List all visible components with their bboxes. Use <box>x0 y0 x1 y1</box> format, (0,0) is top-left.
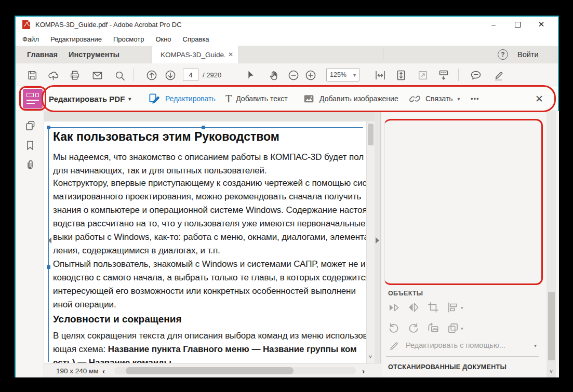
collapse-left-pane-arrow[interactable] <box>45 237 51 244</box>
fit-width-icon <box>374 69 387 82</box>
zoom-out-button[interactable] <box>287 69 300 82</box>
tab-home[interactable]: Главная <box>27 46 58 63</box>
scroll-right-arrow[interactable]: › <box>362 363 365 378</box>
rotate-ccw-icon <box>387 321 401 335</box>
menu-help[interactable]: Справка <box>177 35 215 43</box>
rotate-ccw-button[interactable] <box>387 321 401 335</box>
line-spacing-value: 1,18 <box>406 237 419 245</box>
arrange-objects-button[interactable] <box>446 321 460 335</box>
hand-tool-button[interactable] <box>268 69 280 82</box>
help-icon[interactable]: ? <box>498 49 508 60</box>
tab-tools[interactable]: Инструменты <box>69 46 119 63</box>
selection-handle[interactable] <box>47 265 50 269</box>
save-button[interactable] <box>26 69 38 82</box>
pen-icon <box>492 69 505 82</box>
chevron-down-icon: ▾ <box>534 343 537 348</box>
fit-page-button[interactable] <box>395 69 407 82</box>
font-color-swatch[interactable] <box>440 155 459 173</box>
edit-with-button[interactable]: Редактировать с помощью... ▾ <box>388 339 544 352</box>
edit-pdf-tool-icon[interactable] <box>23 89 43 109</box>
bullet-list-dropdown[interactable]: ▾ <box>410 195 421 210</box>
bold-button[interactable]: T <box>391 177 407 190</box>
more-tools-button[interactable]: ••• <box>471 86 479 111</box>
selection-handle[interactable] <box>47 126 50 129</box>
email-button[interactable] <box>91 69 103 82</box>
numbered-list-button[interactable]: 123 <box>429 195 449 210</box>
page-number-input[interactable]: 4 <box>183 69 198 81</box>
search-button[interactable] <box>113 69 126 82</box>
zoom-in-button[interactable] <box>304 69 317 82</box>
attachments-button[interactable] <box>24 159 36 171</box>
doc-line: для начинающих, так и для опытных пользо… <box>53 164 365 178</box>
italic-button[interactable]: T <box>411 177 427 190</box>
close-edit-toolbar-button[interactable]: ✕ <box>535 86 543 111</box>
document-scrollbar-thumb[interactable] <box>368 124 374 145</box>
underline-button[interactable]: T <box>431 177 446 190</box>
horizontal-scrollbar[interactable] <box>114 367 356 374</box>
share-button[interactable] <box>47 69 59 82</box>
selection-handle[interactable] <box>202 126 205 129</box>
replace-image-button[interactable] <box>427 321 440 335</box>
menu-edit[interactable]: Редактирование <box>45 35 108 43</box>
align-objects-dropdown[interactable]: ▾ <box>461 305 463 310</box>
maximize-button[interactable] <box>507 17 528 32</box>
scroll-left-arrow[interactable]: ‹ <box>102 363 105 378</box>
panel-scroll-down-arrow[interactable]: ˅ <box>547 367 556 376</box>
chevron-down-icon: ▾ <box>425 259 431 265</box>
numbered-list-dropdown[interactable]: ▾ <box>449 195 461 210</box>
kerning-select[interactable]: 0 ▾ <box>454 254 487 269</box>
align-right-button[interactable] <box>429 217 442 228</box>
subscript-button[interactable]: T1 <box>470 177 486 190</box>
fit-width-button[interactable] <box>374 69 387 82</box>
scroll-mode-button[interactable] <box>437 69 450 82</box>
add-text-label: Добавить текст <box>236 94 288 103</box>
link-button[interactable]: Связать ▾ <box>408 86 460 111</box>
scroll-down-arrow[interactable]: ˅ <box>366 352 375 362</box>
highlight-tool-button[interactable] <box>492 69 505 82</box>
document-page[interactable]: Как пользоваться этим РуководствомМы над… <box>44 121 366 363</box>
sign-in-button[interactable]: Войти <box>517 46 539 63</box>
doc-line: иной операции. <box>53 298 365 312</box>
add-image-button[interactable]: Добавить изображение <box>302 86 398 111</box>
horizontal-scrollbar-thumb[interactable] <box>126 367 294 374</box>
close-document-icon[interactable]: ✕ <box>228 51 233 58</box>
add-text-button[interactable]: T Добавить текст <box>225 86 288 111</box>
arrange-objects-dropdown[interactable]: ▾ <box>461 326 463 331</box>
minimize-button[interactable]: – <box>483 17 504 32</box>
align-left-button[interactable] <box>389 217 403 228</box>
crop-button[interactable] <box>427 301 440 314</box>
bookmarks-button[interactable] <box>24 139 36 152</box>
edit-button[interactable]: Редактировать <box>148 86 216 111</box>
paragraph-spacing-select[interactable]: 12,34 ▾ <box>454 233 488 248</box>
flip-horizontal-button[interactable] <box>407 301 420 314</box>
rotate-cw-button[interactable] <box>407 321 420 335</box>
page-thumbnails-button[interactable] <box>24 119 36 132</box>
horizontal-scale-select[interactable]: 100 ▾ <box>402 254 435 269</box>
select-tool-button[interactable] <box>244 69 257 82</box>
menu-view[interactable]: Просмотр <box>108 35 150 43</box>
superscript-button[interactable]: T1 <box>450 177 466 190</box>
bullet-list-button[interactable] <box>389 195 410 210</box>
justify-button[interactable] <box>448 217 462 228</box>
font-size-select[interactable]: 9,96 ▾ <box>389 156 431 172</box>
align-center-button[interactable] <box>409 217 422 228</box>
edit-pencil-icon <box>148 92 161 105</box>
align-objects-button[interactable] <box>446 301 460 314</box>
tab-document[interactable]: KOMPAS-3D_Guide... ✕ <box>152 46 239 63</box>
line-spacing-select[interactable]: 1,18 ▾ <box>402 233 435 248</box>
comment-tool-button[interactable] <box>470 69 482 82</box>
menu-window[interactable]: Окно <box>150 35 177 43</box>
panel-scrollbar-thumb[interactable] <box>548 292 555 360</box>
document-vertical-scrollbar[interactable] <box>366 121 375 363</box>
edit-pdf-tool-menu[interactable]: Редактировать PDF ▾ <box>49 86 131 111</box>
fullscreen-button[interactable] <box>417 69 429 82</box>
flip-vertical-button[interactable] <box>387 301 401 314</box>
menu-file[interactable]: Файл <box>17 35 45 43</box>
font-family-select[interactable]: Helios ▾ <box>389 137 484 152</box>
close-window-button[interactable]: ✕ <box>531 17 552 32</box>
panel-vertical-scrollbar[interactable]: ˅ <box>547 111 556 377</box>
previous-page-button[interactable] <box>145 69 158 82</box>
print-button[interactable] <box>69 69 81 82</box>
zoom-level-select[interactable]: 125% ▾ <box>326 68 359 82</box>
next-page-button[interactable] <box>164 69 177 82</box>
